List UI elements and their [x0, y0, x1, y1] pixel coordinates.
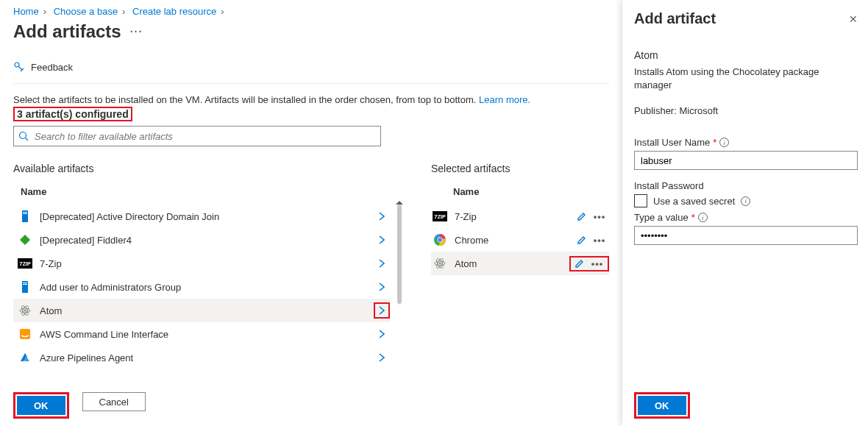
artifact-row[interactable]: AWS Command Line Interface: [13, 322, 390, 346]
svg-point-23: [439, 263, 441, 265]
chevron-right-icon[interactable]: [374, 235, 390, 245]
selected-column: Selected artifacts Name 7ZIP7-Zip•••Chro…: [431, 163, 609, 369]
artifact-label: [Deprecated] Active Directory Domain Joi…: [40, 211, 374, 222]
add-artifact-panel: Add artifact ✕ Atom Installs Atom using …: [622, 0, 868, 426]
svg-rect-14: [20, 329, 30, 339]
selected-label: Atom: [455, 258, 569, 269]
saved-secret-row[interactable]: Use a saved secret i: [634, 194, 858, 207]
chevron-right-icon[interactable]: [374, 329, 390, 339]
chevron-right-icon[interactable]: [374, 258, 390, 269]
columns: Available artifacts Name [Deprecated] Ac…: [13, 163, 609, 369]
scrollbar[interactable]: [397, 205, 402, 304]
more-icon[interactable]: •••: [590, 235, 609, 246]
more-icon[interactable]: ···: [130, 26, 143, 38]
panel-title-row: Add artifact ✕: [634, 10, 858, 27]
username-input[interactable]: [634, 151, 858, 170]
selected-list: 7ZIP7-Zip•••Chrome•••Atom•••: [431, 205, 609, 275]
password-label: Install Password: [634, 180, 858, 191]
artifact-row[interactable]: Azure Pipelines Agent: [13, 346, 390, 369]
azure-icon: [18, 350, 32, 365]
password-input[interactable]: [634, 226, 858, 245]
panel-title: Add artifact: [634, 10, 716, 27]
edit-icon[interactable]: [574, 211, 590, 221]
search-icon: [18, 131, 29, 141]
atom-icon: [18, 303, 32, 318]
search-input[interactable]: [33, 130, 376, 143]
description-text: Select the artifacts to be installed on …: [13, 94, 476, 105]
panel-artifact-desc: Installs Atom using the Chocolatey packa…: [634, 65, 858, 92]
cancel-button[interactable]: Cancel: [82, 392, 146, 411]
required-icon: *: [713, 137, 716, 148]
required-icon: *: [691, 212, 695, 223]
learn-more-link[interactable]: Learn more.: [479, 94, 530, 105]
artifact-row[interactable]: [Deprecated] Fiddler4: [13, 228, 390, 252]
info-icon[interactable]: i: [741, 196, 750, 206]
svg-rect-4: [23, 212, 27, 213]
artifact-label: [Deprecated] Fiddler4: [40, 235, 374, 246]
row-actions-highlight: •••: [569, 256, 609, 271]
selected-row[interactable]: Chrome•••: [431, 228, 609, 252]
saved-secret-label: Use a saved secret: [653, 196, 735, 207]
feedback-icon: [13, 61, 25, 73]
field-username: Install User Name * i: [634, 137, 858, 170]
panel-ok-highlight: OK: [634, 392, 690, 419]
available-title: Available artifacts: [13, 163, 390, 174]
chrome-icon: [433, 232, 447, 247]
more-icon[interactable]: •••: [590, 211, 609, 222]
main-content: Home› Choose a base› Create lab resource…: [0, 0, 622, 426]
feedback-link[interactable]: Feedback: [13, 55, 609, 84]
selected-header-name: Name: [431, 182, 609, 205]
server-icon: [18, 209, 32, 224]
selected-label: Chrome: [455, 235, 574, 246]
edit-icon[interactable]: [574, 235, 590, 245]
chevron-right-icon[interactable]: [374, 282, 390, 292]
more-icon[interactable]: •••: [588, 258, 607, 269]
edit-icon[interactable]: [572, 258, 588, 269]
chevron-right-icon[interactable]: [374, 302, 390, 319]
server-icon: [18, 280, 32, 294]
breadcrumb-home[interactable]: Home: [13, 6, 39, 17]
artifact-row[interactable]: Atom: [13, 299, 390, 322]
ok-button[interactable]: OK: [17, 396, 65, 415]
artifact-row[interactable]: 7ZIP7-Zip: [13, 252, 390, 275]
atom-icon: [433, 256, 447, 271]
7zip-icon: 7ZIP: [18, 256, 32, 271]
field-password: Install Password Use a saved secret i Ty…: [634, 180, 858, 245]
aws-icon: [18, 327, 32, 341]
svg-point-19: [438, 238, 442, 242]
breadcrumb-base[interactable]: Choose a base: [54, 6, 118, 17]
artifact-label: Azure Pipelines Agent: [40, 352, 374, 363]
selected-label: 7-Zip: [455, 211, 574, 222]
search-box[interactable]: [13, 126, 381, 146]
panel-ok-button[interactable]: OK: [638, 396, 686, 415]
panel-footer: OK: [634, 392, 690, 419]
svg-point-0: [15, 63, 19, 67]
available-column: Available artifacts Name [Deprecated] Ac…: [13, 163, 390, 369]
username-label: Install User Name * i: [634, 137, 858, 148]
checkbox-icon[interactable]: [634, 194, 647, 207]
chevron-right-icon[interactable]: [374, 352, 390, 363]
artifact-row[interactable]: [Deprecated] Active Directory Domain Joi…: [13, 205, 390, 228]
artifact-label: 7-Zip: [40, 258, 374, 269]
panel-artifact-name: Atom: [634, 49, 858, 61]
info-icon[interactable]: i: [698, 213, 708, 222]
artifact-label: Add user to Administrators Group: [40, 282, 374, 293]
selected-row[interactable]: 7ZIP7-Zip•••: [431, 205, 609, 228]
artifact-row[interactable]: Add user to Administrators Group: [13, 275, 390, 299]
svg-line-2: [26, 138, 29, 141]
type-value-label: Type a value * i: [634, 212, 858, 223]
fiddler-icon: [18, 232, 32, 247]
7zip-icon: 7ZIP: [433, 209, 447, 224]
svg-point-1: [20, 132, 26, 139]
chevron-right-icon[interactable]: [374, 211, 390, 221]
available-header-name: Name: [13, 182, 390, 205]
svg-point-13: [24, 310, 26, 312]
svg-rect-5: [23, 213, 27, 214]
info-icon[interactable]: i: [719, 138, 729, 147]
close-icon[interactable]: ✕: [849, 13, 858, 25]
selected-row[interactable]: Atom•••: [431, 252, 609, 275]
panel-publisher: Publisher: Microsoft: [634, 105, 858, 116]
breadcrumb-create[interactable]: Create lab resource: [132, 6, 216, 17]
page-title: Add artifacts ···: [13, 21, 609, 42]
page-title-text: Add artifacts: [13, 21, 121, 42]
